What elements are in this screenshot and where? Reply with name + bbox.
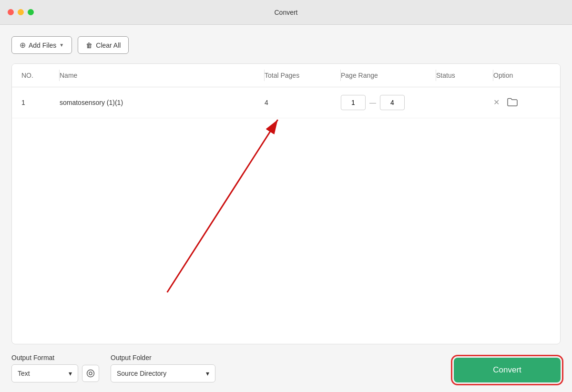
close-button[interactable] (8, 9, 14, 15)
add-files-button[interactable]: ⊕ Add Files ▼ (11, 36, 72, 54)
convert-button-wrapper: Convert (454, 358, 561, 382)
folder-select[interactable]: Source Directory ▾ (111, 364, 215, 382)
traffic-lights (8, 9, 34, 15)
col-page-range: Page Range (341, 64, 436, 87)
clear-all-label: Clear All (96, 41, 121, 49)
settings-button[interactable] (82, 365, 99, 382)
output-format-row: Text ▾ (11, 364, 99, 382)
folder-icon (507, 98, 518, 106)
table-row: 1 somatosensory (1)(1) 4 — ✕ (12, 87, 560, 118)
folder-value: Source Directory (117, 370, 166, 377)
output-format-section: Output Format Text ▾ (11, 354, 99, 382)
format-select[interactable]: Text ▾ (11, 364, 78, 382)
cell-no: 1 (21, 91, 60, 114)
clear-all-button[interactable]: 🗑 Clear All (78, 36, 129, 54)
col-total-pages: Total Pages (265, 64, 341, 87)
table-header: NO. Name Total Pages Page Range Status O… (12, 64, 560, 87)
cell-total-pages: 4 (265, 91, 341, 114)
output-folder-section: Output Folder Source Directory ▾ (111, 354, 215, 382)
cell-status (436, 95, 493, 110)
window-title: Convert (274, 9, 297, 16)
open-folder-button[interactable] (507, 98, 518, 108)
format-value: Text (18, 370, 30, 377)
folder-dropdown-icon: ▾ (206, 370, 209, 377)
output-format-label: Output Format (11, 354, 99, 361)
main-content: ⊕ Add Files ▼ 🗑 Clear All NO. Name Total… (0, 25, 572, 392)
title-bar: Convert (0, 0, 572, 25)
table-body: 1 somatosensory (1)(1) 4 — ✕ (12, 87, 560, 344)
output-folder-label: Output Folder (111, 354, 215, 361)
toolbar: ⊕ Add Files ▼ 🗑 Clear All (11, 36, 561, 54)
add-files-label: Add Files (29, 41, 56, 49)
svg-point-3 (87, 370, 94, 377)
col-name: Name (60, 64, 265, 87)
convert-button[interactable]: Convert (454, 358, 561, 382)
minimize-button[interactable] (18, 9, 24, 15)
settings-icon (86, 369, 95, 378)
svg-point-2 (89, 372, 92, 375)
page-range-separator: — (369, 99, 376, 106)
dropdown-arrow-icon: ▼ (59, 42, 64, 48)
cell-page-range: — (341, 87, 436, 118)
col-status: Status (436, 64, 493, 87)
svg-line-1 (167, 120, 278, 292)
trash-icon: 🗑 (86, 41, 92, 49)
file-table: NO. Name Total Pages Page Range Status O… (11, 63, 561, 344)
delete-row-button[interactable]: ✕ (493, 99, 500, 106)
maximize-button[interactable] (28, 9, 34, 15)
col-option: Option (493, 64, 551, 87)
cell-name: somatosensory (1)(1) (60, 91, 265, 114)
bottom-bar: Output Format Text ▾ Output Folder Sourc… (11, 354, 561, 382)
format-dropdown-icon: ▾ (69, 370, 72, 377)
page-range-end-input[interactable] (380, 95, 405, 110)
col-no: NO. (21, 64, 60, 87)
page-range-start-input[interactable] (341, 95, 366, 110)
annotation-arrow (12, 87, 560, 335)
cell-option: ✕ (493, 90, 551, 115)
plus-icon: ⊕ (20, 41, 26, 50)
